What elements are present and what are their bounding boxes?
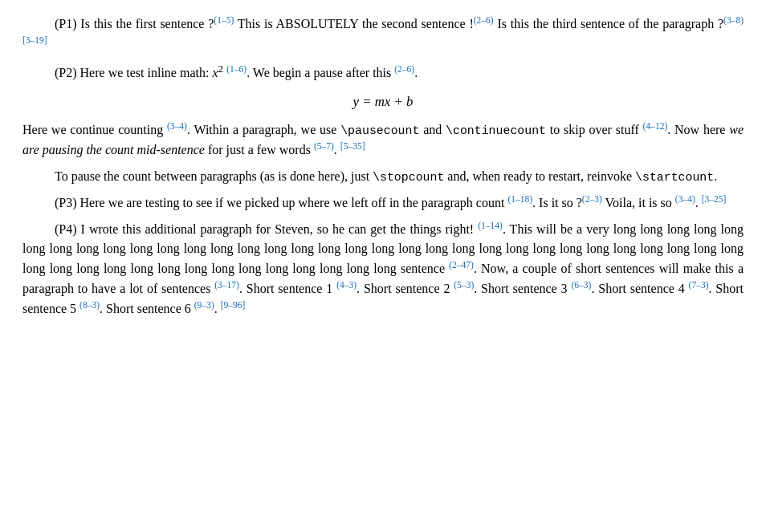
document-content: (P1) Is this the first sentence ?(1–5) T… bbox=[22, 14, 744, 319]
ref-8-3: (8–3) bbox=[79, 299, 100, 309]
cmd-stopcount: \stopcount bbox=[373, 171, 444, 184]
ref-5-3: (5–3) bbox=[454, 280, 474, 290]
ref-2-3: (2–3) bbox=[582, 193, 602, 203]
ref-9-96: [9–96] bbox=[221, 299, 246, 309]
paragraph-p3: (P3) Here we are testing to see if we pi… bbox=[22, 193, 744, 213]
ref-2-6: (2–6) bbox=[474, 15, 494, 25]
paragraph-2: (P2) Here we test inline math: x2 (1–6).… bbox=[22, 61, 744, 83]
cmd-continuecount: \continuecount bbox=[446, 124, 546, 137]
ref-5-35: [5–35] bbox=[340, 141, 365, 151]
ref-1-6: (1–6) bbox=[226, 64, 247, 74]
math-x2: x bbox=[212, 66, 218, 79]
ref-1-5: (1–5) bbox=[214, 15, 234, 25]
ref-3-4: (3–4) bbox=[167, 121, 187, 131]
ref-4-12: (4–12) bbox=[643, 121, 668, 131]
ref-1-18: (1–18) bbox=[507, 193, 532, 203]
cmd-startcount: \startcount bbox=[635, 171, 714, 184]
equation-text: y bbox=[353, 94, 359, 109]
math-display-equation: y = mx + b bbox=[22, 91, 744, 112]
ref-2-6b: (2–6) bbox=[394, 64, 414, 74]
ref-3-4b: (3–4) bbox=[675, 193, 695, 203]
ref-5-7: (5–7) bbox=[314, 141, 334, 151]
ref-4-3: (4–3) bbox=[336, 280, 357, 290]
cmd-pausecount: \pausecount bbox=[340, 124, 419, 137]
paragraph-1: (P1) Is this the first sentence ?(1–5) T… bbox=[22, 14, 744, 55]
ref-1-14: (1–14) bbox=[478, 220, 503, 229]
paragraph-3: Here we continue counting (3–4). Within … bbox=[22, 120, 744, 160]
ref-7-3: (7–3) bbox=[689, 280, 709, 290]
equation-b: b bbox=[406, 94, 413, 109]
ref-6-3: (6–3) bbox=[571, 280, 591, 290]
ref-3-25: [3–25] bbox=[702, 193, 727, 203]
ref-9-3: (9–3) bbox=[194, 299, 214, 309]
ref-2-47: (2–47) bbox=[449, 260, 474, 270]
equation-mx: mx bbox=[375, 94, 391, 109]
ref-3-17: (3–17) bbox=[214, 280, 239, 290]
ref-3-8: (3–8) bbox=[723, 15, 744, 25]
ref-3-19: [3–19] bbox=[22, 35, 47, 44]
paragraph-4: To pause the count between paragraphs (a… bbox=[22, 167, 744, 187]
math-exp-2: 2 bbox=[218, 63, 224, 75]
paragraph-p4: (P4) I wrote this additional paragraph f… bbox=[22, 220, 744, 319]
